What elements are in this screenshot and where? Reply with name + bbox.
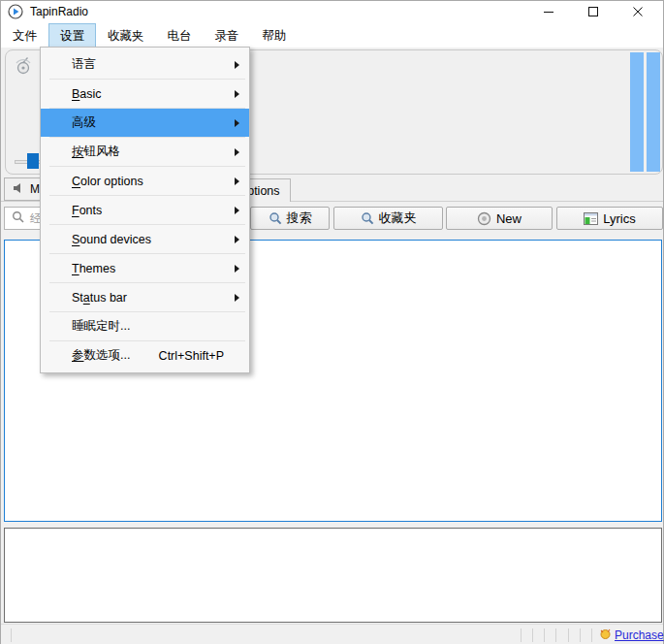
- menu-item[interactable]: Color options: [41, 167, 249, 195]
- search-icon: [269, 211, 282, 225]
- search-icon: [361, 211, 374, 225]
- purchase-link[interactable]: Purchase: [599, 628, 664, 643]
- statusbar-divider: [580, 628, 581, 642]
- search-icon: [12, 209, 24, 227]
- vu-meter-left: [630, 52, 644, 172]
- radio-icon: [13, 55, 34, 77]
- menu-item[interactable]: 睡眠定时...: [41, 312, 249, 340]
- toolbar-button-label: 收藏夹: [379, 209, 417, 227]
- menu-item[interactable]: 参数选项...Ctrl+Shift+P: [41, 341, 249, 370]
- toolbar-button-label: Lyrics: [603, 211, 635, 226]
- statusbar-divider: [544, 628, 545, 642]
- statusbar-divider: [555, 628, 556, 642]
- statusbar-divider: [532, 628, 533, 642]
- title-bar: TapinRadio: [1, 1, 663, 22]
- settings-menu: 语言Basic高级按钮风格Color optionsFontsSound dev…: [40, 47, 250, 373]
- menu-item-shortcut: Ctrl+Shift+P: [159, 349, 224, 363]
- toolbar-button[interactable]: New: [446, 207, 553, 230]
- volume-slider-thumb[interactable]: [27, 153, 39, 169]
- menubar-item[interactable]: 收藏夹: [96, 23, 156, 48]
- menubar-item[interactable]: 设置: [48, 23, 96, 48]
- menubar-item[interactable]: 电台: [156, 23, 204, 48]
- toolbar-button-label: New: [496, 211, 522, 226]
- menubar-item[interactable]: 文件: [1, 23, 48, 48]
- details-area[interactable]: [4, 528, 662, 623]
- menu-item[interactable]: Fonts: [41, 196, 249, 224]
- menu-item[interactable]: Themes: [41, 254, 249, 282]
- close-button[interactable]: [616, 1, 660, 22]
- submenu-arrow-icon: [235, 119, 239, 127]
- menu-item[interactable]: Basic: [41, 80, 249, 108]
- maximize-button[interactable]: [571, 1, 616, 22]
- toolbar-button[interactable]: 收藏夹: [333, 207, 443, 230]
- submenu-arrow-icon: [235, 236, 239, 243]
- submenu-arrow-icon: [235, 90, 239, 98]
- lyrics-icon: [584, 212, 598, 225]
- statusbar-divider: [591, 628, 592, 642]
- speaker-icon: [13, 181, 26, 198]
- submenu-arrow-icon: [235, 177, 239, 185]
- menu-item[interactable]: Sound devices: [41, 225, 249, 253]
- window-title: TapinRadio: [30, 1, 88, 22]
- app-logo-icon: [8, 4, 23, 19]
- statusbar-divider: [11, 628, 12, 642]
- status-bar: Purchase: [1, 624, 663, 644]
- submenu-arrow-icon: [235, 61, 239, 69]
- minimize-button[interactable]: [526, 1, 571, 22]
- submenu-arrow-icon: [235, 207, 239, 214]
- menubar-item[interactable]: 帮助: [251, 23, 299, 48]
- menu-item[interactable]: 按钮风格: [41, 138, 249, 166]
- submenu-arrow-icon: [235, 294, 239, 302]
- app-window: TapinRadio 文件设置收藏夹电台录音帮助: [0, 0, 664, 644]
- record-icon: [477, 211, 491, 226]
- toolbar-button[interactable]: Lyrics: [556, 207, 663, 230]
- vu-meter-right: [647, 52, 660, 172]
- statusbar-divider: [568, 628, 569, 642]
- menu-item[interactable]: 高级: [41, 109, 249, 137]
- statusbar-divider: [521, 628, 522, 642]
- menubar: 文件设置收藏夹电台录音帮助: [1, 22, 663, 48]
- menu-item[interactable]: Status bar: [41, 283, 249, 311]
- purchase-icon: [599, 628, 612, 643]
- purchase-link-label: Purchase: [615, 628, 664, 642]
- menubar-item[interactable]: 录音: [204, 23, 251, 48]
- toolbar-button[interactable]: 搜索: [250, 207, 330, 230]
- submenu-arrow-icon: [235, 148, 239, 156]
- toolbar-button-label: 搜索: [287, 209, 312, 227]
- menu-item[interactable]: 语言: [41, 50, 249, 79]
- submenu-arrow-icon: [235, 265, 239, 273]
